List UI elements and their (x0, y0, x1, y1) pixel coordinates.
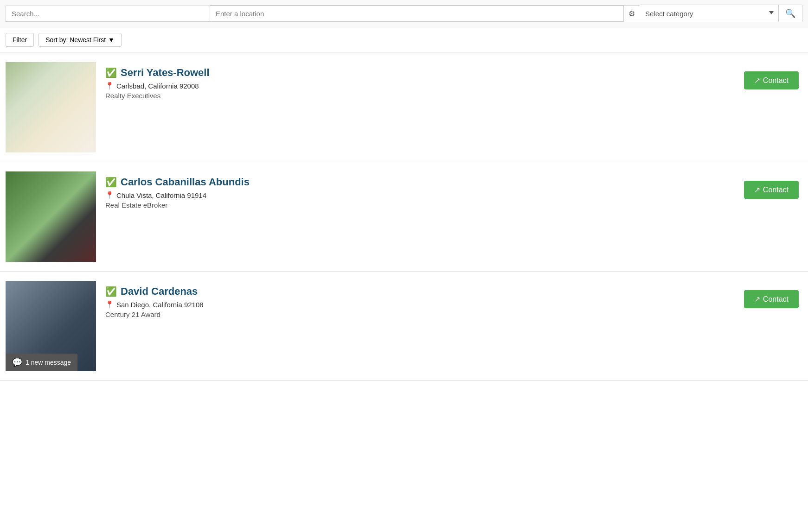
external-link-icon: ↗ (754, 76, 760, 85)
location-gear-button[interactable]: ⚙ (624, 6, 640, 22)
agent-location: 📍Chula Vista, California 91914 (105, 191, 793, 199)
verified-icon: ✅ (105, 67, 117, 78)
sort-label: Sort by: Newest First (45, 36, 106, 44)
agent-company: Real Estate eBroker (105, 201, 793, 209)
pin-icon: 📍 (105, 191, 114, 199)
new-message-text: 1 new message (26, 359, 71, 366)
category-select[interactable]: Select categoryReal Estate AgentsMortgag… (640, 5, 779, 22)
agent-photo: 💬1 new message (6, 281, 96, 371)
agent-card: ✅Serri Yates-Rowell📍Carlsbad, California… (0, 53, 808, 162)
agent-card: 💬1 new message✅David Cardenas📍San Diego,… (0, 272, 808, 381)
agent-info: ✅Serri Yates-Rowell📍Carlsbad, California… (96, 62, 802, 104)
search-button[interactable]: 🔍 (779, 5, 802, 22)
pin-icon: 📍 (105, 82, 114, 90)
search-icon: 🔍 (785, 8, 795, 19)
contact-button[interactable]: ↗Contact (744, 181, 799, 199)
agent-company: Realty Executives (105, 92, 793, 100)
external-link-icon: ↗ (754, 185, 760, 194)
agent-location-text: San Diego, California 92108 (116, 301, 204, 309)
agent-info: ✅Carlos Cabanillas Abundis📍Chula Vista, … (96, 171, 802, 214)
chat-bubble-icon: 💬 (12, 357, 22, 367)
new-message-badge[interactable]: 💬1 new message (6, 354, 77, 371)
verified-icon: ✅ (105, 286, 117, 297)
pin-icon: 📍 (105, 300, 114, 309)
search-input[interactable] (6, 6, 210, 22)
agent-name-link[interactable]: Carlos Cabanillas Abundis (121, 176, 250, 188)
agent-card: ✅Carlos Cabanillas Abundis📍Chula Vista, … (0, 162, 808, 272)
sort-chevron-icon: ▼ (108, 36, 115, 44)
contact-label: Contact (763, 186, 789, 194)
agent-name-row: ✅David Cardenas (105, 285, 793, 298)
location-input[interactable] (210, 6, 624, 22)
agent-info: ✅David Cardenas📍San Diego, California 92… (96, 281, 802, 323)
location-wrapper: ⚙ (210, 5, 640, 22)
agent-photo (6, 62, 96, 152)
agent-name-row: ✅Serri Yates-Rowell (105, 67, 793, 79)
external-link-icon: ↗ (754, 295, 760, 304)
search-bar: ⚙ Select categoryReal Estate AgentsMortg… (0, 0, 808, 27)
agent-location-text: Carlsbad, California 92008 (116, 82, 199, 90)
contact-button[interactable]: ↗Contact (744, 290, 799, 308)
agent-location: 📍San Diego, California 92108 (105, 300, 793, 309)
agent-location: 📍Carlsbad, California 92008 (105, 82, 793, 90)
agent-list: ✅Serri Yates-Rowell📍Carlsbad, California… (0, 53, 808, 381)
agent-name-row: ✅Carlos Cabanillas Abundis (105, 176, 793, 188)
filter-button[interactable]: Filter (6, 33, 34, 47)
verified-icon: ✅ (105, 177, 117, 188)
agent-name-link[interactable]: David Cardenas (121, 285, 198, 298)
agent-company: Century 21 Award (105, 310, 793, 318)
agent-photo (6, 171, 96, 262)
filter-bar: Filter Sort by: Newest First ▼ (0, 27, 808, 53)
agent-name-link[interactable]: Serri Yates-Rowell (121, 67, 210, 79)
agent-location-text: Chula Vista, California 91914 (116, 191, 206, 199)
contact-label: Contact (763, 295, 789, 304)
contact-button[interactable]: ↗Contact (744, 71, 799, 89)
contact-label: Contact (763, 76, 789, 85)
sort-button[interactable]: Sort by: Newest First ▼ (38, 33, 122, 47)
